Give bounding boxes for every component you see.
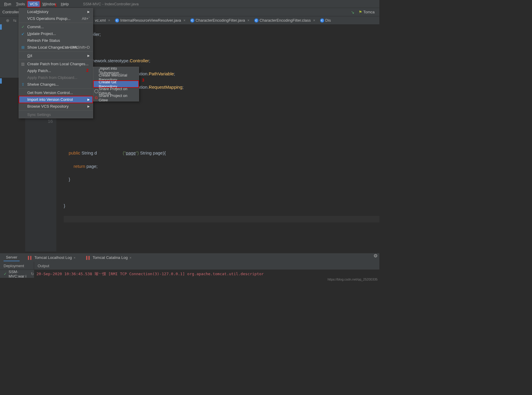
- tab-dis[interactable]: CDis: [318, 17, 333, 24]
- tab-tomcat-localhost[interactable]: ▌▌Tomcat Localhost Log×: [25, 254, 78, 261]
- github-icon: ◯: [94, 89, 98, 93]
- menu-separator: [19, 23, 93, 23]
- shelve-icon: ⇪: [21, 82, 25, 86]
- close-icon[interactable]: ×: [130, 256, 131, 259]
- menu-bar: Run Tools VCS1 Window Help SSM-MVC - Ind…: [0, 0, 379, 8]
- menu-vcs[interactable]: VCS1: [27, 1, 40, 7]
- output-bar: ✓ SSM-MVC:war i ↻ 20-Sep-2020 10:36:45.5…: [0, 270, 379, 278]
- patch-icon: ▥: [21, 62, 25, 66]
- deployment-label[interactable]: Deployment: [0, 262, 34, 270]
- submenu-share-gitee[interactable]: GShare Project on Gitee: [93, 94, 139, 101]
- annotation-3: 3: [142, 78, 144, 82]
- close-icon[interactable]: ×: [74, 256, 75, 259]
- run-config-button[interactable]: ⚑ Tomca: [356, 9, 377, 15]
- menu-browse-vcs[interactable]: Browse VCS Repository▶: [19, 103, 93, 110]
- gear-icon[interactable]: ⚙: [373, 253, 378, 259]
- success-icon: ✓: [4, 272, 7, 276]
- tomcat-icon: ⚑: [359, 10, 362, 14]
- close-icon[interactable]: ×: [183, 18, 186, 23]
- run-config-label: Tomca: [363, 10, 375, 14]
- update-icon: ↙: [21, 31, 25, 36]
- tab-server[interactable]: Server: [4, 254, 20, 261]
- close-icon[interactable]: ×: [108, 18, 110, 23]
- uml-icon: ⊞: [21, 45, 25, 49]
- change-marker: [0, 78, 2, 84]
- menu-separator: [19, 110, 93, 111]
- menu-get-vc[interactable]: Get from Version Control...: [19, 89, 93, 96]
- breadcrumb[interactable]: Controller: [2, 10, 19, 14]
- menu-vcs-popup[interactable]: VCS Operations Popup...Alt+`: [19, 15, 93, 22]
- menu-shelve[interactable]: ⇪Shelve Changes...: [19, 81, 93, 88]
- log-icon: ▌▌: [28, 256, 33, 259]
- menu-create-patch[interactable]: ▥Create Patch from Local Changes...: [19, 60, 93, 67]
- menu-git[interactable]: Git▶: [19, 52, 93, 59]
- log-icon: ▌▌: [86, 256, 91, 259]
- artifact-label[interactable]: SSM-MVC:war i: [9, 270, 29, 278]
- collapse-icon[interactable]: ⇆: [13, 18, 17, 23]
- class-icon: C: [190, 18, 194, 23]
- editor-tabs: vc.xml× CInternalResourceViewResolver.ja…: [92, 16, 379, 24]
- menu-sync-settings: Sync Settings: [19, 111, 93, 118]
- window-title: SSM-MVC - IndexController.java: [83, 2, 139, 6]
- run-panel-header: Deployment Output: [0, 262, 379, 270]
- log-output[interactable]: 20-Sep-2020 10:36:45.538 璀﹀憡 [RMI TCP Co…: [34, 270, 379, 278]
- tab-filter-class[interactable]: CCharacterEncodingFilter.class×: [252, 17, 318, 24]
- import-vc-submenu: Import into Subversion... Create Mercuri…: [93, 67, 139, 101]
- menu-separator: [19, 88, 93, 89]
- class-icon: C: [254, 18, 258, 23]
- class-icon: C: [115, 18, 119, 23]
- tab-xml[interactable]: vc.xml×: [92, 17, 113, 24]
- check-icon: ✓: [21, 25, 25, 29]
- chevron-right-icon: ▶: [87, 105, 90, 108]
- menu-separator: [19, 60, 93, 60]
- code-content[interactable]: troller; amework.stereotype.Controller; …: [64, 24, 379, 236]
- target-icon[interactable]: ⊕: [6, 18, 9, 23]
- tab-filter-java[interactable]: CCharacterEncodingFilter.java×: [188, 17, 252, 24]
- tool-window-tabs: Server ▌▌Tomcat Localhost Log× ▌▌Tomcat …: [0, 253, 379, 262]
- menu-refresh[interactable]: Refresh File Status: [19, 37, 93, 44]
- menu-tools[interactable]: Tools: [14, 1, 27, 7]
- menu-import-vc[interactable]: Import into Version Control▶: [19, 96, 93, 103]
- menu-update-project[interactable]: ↙Update Project...: [19, 30, 93, 37]
- chevron-right-icon: ▶: [87, 54, 90, 57]
- annotation-1: 1: [55, 3, 57, 7]
- gitee-icon: G: [94, 95, 98, 100]
- menu-commit[interactable]: ✓Commit...: [19, 23, 93, 30]
- class-icon: C: [320, 18, 324, 23]
- annotation-2: 2: [86, 68, 89, 73]
- tab-resolver[interactable]: CInternalResourceViewResolver.java×: [113, 17, 188, 24]
- close-icon[interactable]: ×: [247, 18, 250, 23]
- chevron-right-icon: ▶: [87, 10, 90, 13]
- menu-local-history[interactable]: Local History▶: [19, 8, 93, 15]
- close-icon[interactable]: ×: [313, 18, 315, 23]
- watermark: https://blog.csdn.net/qq_25200335: [327, 278, 378, 281]
- chevron-right-icon: ▶: [87, 98, 90, 101]
- menu-apply-patch-clipboard: Apply Patch from Clipboard...: [19, 74, 93, 81]
- menu-apply-patch[interactable]: Apply Patch...: [19, 67, 93, 74]
- sync-icon[interactable]: ↻: [31, 272, 34, 276]
- output-label[interactable]: Output: [34, 264, 49, 268]
- menu-help[interactable]: Help: [58, 1, 71, 7]
- menu-show-local-uml[interactable]: ⊞Show Local Changes as UMLCtrl+Alt+Shift…: [19, 44, 93, 51]
- menu-separator: [19, 51, 93, 52]
- change-marker: [0, 24, 2, 30]
- vcs-dropdown-menu: Local History▶ VCS Operations Popup...Al…: [19, 8, 93, 118]
- build-icon[interactable]: ↘: [351, 10, 354, 15]
- menu-run[interactable]: Run: [2, 1, 14, 7]
- tab-tomcat-catalina[interactable]: ▌▌Tomcat Catalina Log×: [84, 254, 134, 261]
